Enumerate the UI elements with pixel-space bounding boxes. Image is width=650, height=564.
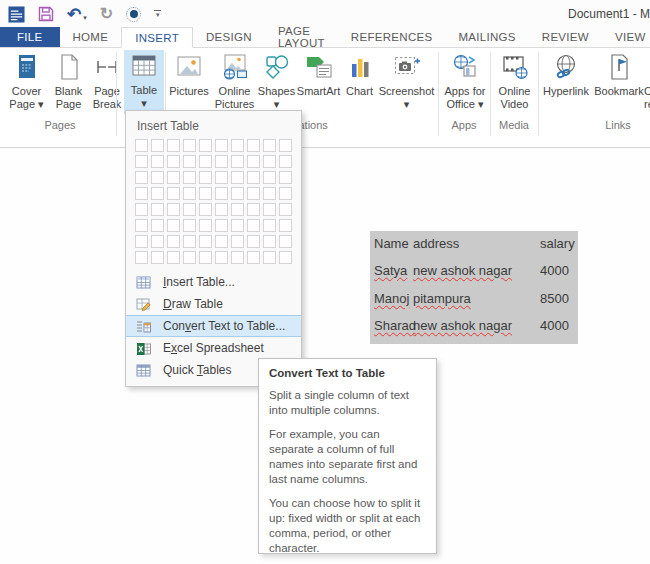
grid-cell[interactable] — [247, 203, 260, 216]
grid-cell[interactable] — [263, 251, 276, 264]
doc-cell[interactable]: 4000 — [540, 263, 569, 278]
grid-cell[interactable] — [247, 187, 260, 200]
grid-cell[interactable] — [183, 251, 196, 264]
grid-cell[interactable] — [215, 155, 228, 168]
grid-cell[interactable] — [263, 219, 276, 232]
online-video-button[interactable]: Online Video — [492, 51, 537, 113]
grid-cell[interactable] — [215, 251, 228, 264]
table-button[interactable]: Table ▾ — [124, 50, 164, 114]
grid-cell[interactable] — [231, 187, 244, 200]
grid-cell[interactable] — [247, 139, 260, 152]
grid-cell[interactable] — [199, 139, 212, 152]
menu-item-convert-text-to-table[interactable]: Convert Text to Table... — [126, 315, 301, 337]
grid-cell[interactable] — [135, 155, 148, 168]
grid-cell[interactable] — [231, 219, 244, 232]
grid-cell[interactable] — [199, 155, 212, 168]
tab-references[interactable]: REFERENCES — [338, 27, 446, 47]
doc-cell[interactable]: pitampura — [413, 291, 471, 306]
grid-cell[interactable] — [279, 155, 292, 168]
doc-cell[interactable]: new ashok nagar — [413, 263, 512, 278]
grid-cell[interactable] — [183, 235, 196, 248]
grid-cell[interactable] — [279, 235, 292, 248]
shapes-button[interactable]: Shapes ▾ — [258, 51, 295, 113]
grid-cell[interactable] — [231, 171, 244, 184]
hyperlink-button[interactable]: Hyperlink — [541, 51, 591, 113]
tab-home[interactable]: HOME — [60, 27, 122, 47]
doc-cell[interactable]: new ashok nagar — [413, 318, 512, 333]
undo-icon[interactable]: ↶ ▾ — [67, 4, 87, 24]
tab-design[interactable]: DESIGN — [193, 27, 265, 47]
grid-cell[interactable] — [263, 235, 276, 248]
grid-cell[interactable] — [167, 155, 180, 168]
pictures-button[interactable]: Pictures — [167, 51, 211, 113]
doc-cell[interactable]: Satya — [374, 263, 407, 278]
apps-for-office-button[interactable]: Apps for Office ▾ — [441, 51, 489, 113]
grid-cell[interactable] — [279, 187, 292, 200]
doc-cell[interactable]: Manoj — [374, 291, 409, 306]
grid-cell[interactable] — [199, 187, 212, 200]
screenshot-button[interactable]: Screenshot ▾ — [377, 51, 436, 113]
grid-cell[interactable] — [231, 139, 244, 152]
grid-cell[interactable] — [135, 171, 148, 184]
menu-item-insert-table[interactable]: Insert Table... — [126, 271, 301, 293]
online-pictures-button[interactable]: Online Pictures — [212, 51, 257, 113]
grid-cell[interactable] — [151, 139, 164, 152]
grid-cell[interactable] — [183, 139, 196, 152]
grid-cell[interactable] — [167, 171, 180, 184]
grid-cell[interactable] — [167, 203, 180, 216]
blank-page-button[interactable]: Blank Page — [50, 51, 87, 113]
grid-cell[interactable] — [167, 251, 180, 264]
grid-cell[interactable] — [151, 251, 164, 264]
grid-cell[interactable] — [247, 219, 260, 232]
grid-cell[interactable] — [279, 203, 292, 216]
grid-cell[interactable] — [263, 171, 276, 184]
grid-cell[interactable] — [215, 187, 228, 200]
grid-cell[interactable] — [151, 203, 164, 216]
word-logo-icon[interactable] — [8, 4, 25, 24]
grid-cell[interactable] — [135, 235, 148, 248]
grid-cell[interactable] — [151, 187, 164, 200]
grid-cell[interactable] — [215, 139, 228, 152]
doc-cell[interactable]: 4000 — [540, 318, 569, 333]
grid-cell[interactable] — [199, 171, 212, 184]
grid-cell[interactable] — [183, 203, 196, 216]
grid-cell[interactable] — [151, 219, 164, 232]
grid-cell[interactable] — [183, 219, 196, 232]
grid-cell[interactable] — [247, 155, 260, 168]
grid-cell[interactable] — [279, 219, 292, 232]
grid-cell[interactable] — [263, 139, 276, 152]
grid-cell[interactable] — [247, 235, 260, 248]
grid-cell[interactable] — [135, 203, 148, 216]
grid-cell[interactable] — [263, 187, 276, 200]
doc-cell[interactable]: Name — [374, 236, 409, 251]
bookmark-button[interactable]: Bookmark — [592, 51, 646, 113]
customize-qat-icon[interactable]: ▾ — [154, 4, 161, 24]
tab-view[interactable]: VIEW — [602, 27, 650, 47]
grid-cell[interactable] — [263, 155, 276, 168]
grid-cell[interactable] — [151, 155, 164, 168]
grid-cell[interactable] — [183, 171, 196, 184]
grid-cell[interactable] — [231, 251, 244, 264]
grid-cell[interactable] — [199, 203, 212, 216]
cover-page-button[interactable]: Cover Page ▾ — [4, 51, 49, 113]
tab-insert[interactable]: INSERT — [121, 27, 193, 48]
redo-icon[interactable]: ↻ — [100, 4, 113, 24]
tab-file[interactable]: FILE — [0, 27, 60, 47]
grid-cell[interactable] — [279, 251, 292, 264]
grid-cell[interactable] — [167, 219, 180, 232]
doc-cell[interactable]: 8500 — [540, 291, 569, 306]
menu-item-excel-spreadsheet[interactable]: Excel Spreadsheet — [126, 337, 301, 359]
grid-cell[interactable] — [231, 203, 244, 216]
grid-cell[interactable] — [199, 251, 212, 264]
grid-cell[interactable] — [263, 203, 276, 216]
grid-cell[interactable] — [279, 139, 292, 152]
doc-cell[interactable]: salary — [540, 236, 575, 251]
grid-cell[interactable] — [135, 187, 148, 200]
tab-mailings[interactable]: MAILINGS — [445, 27, 528, 47]
grid-cell[interactable] — [279, 171, 292, 184]
grid-cell[interactable] — [167, 139, 180, 152]
grid-cell[interactable] — [247, 251, 260, 264]
grid-cell[interactable] — [167, 235, 180, 248]
grid-cell[interactable] — [215, 203, 228, 216]
grid-cell[interactable] — [183, 187, 196, 200]
